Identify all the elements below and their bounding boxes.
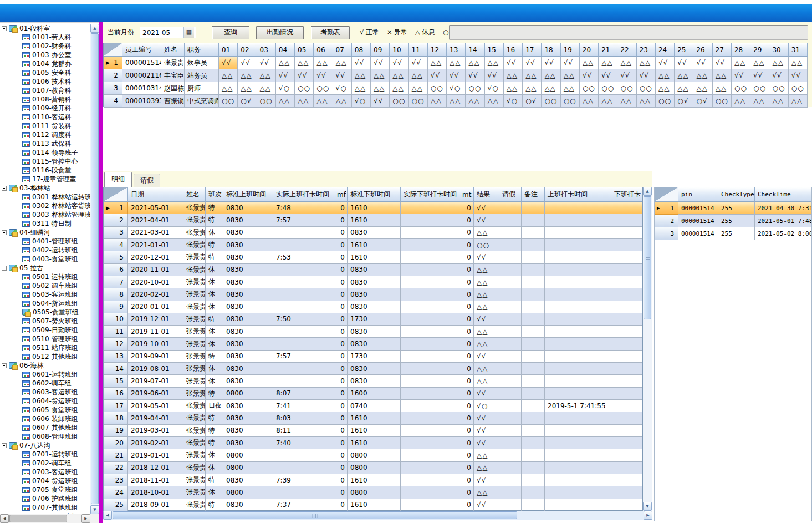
detail-cell[interactable] xyxy=(545,251,611,263)
detail-cell[interactable]: 0 xyxy=(334,251,348,263)
detail-cell[interactable] xyxy=(522,499,545,511)
detail-cell[interactable]: 0 xyxy=(459,264,474,276)
detail-cell[interactable] xyxy=(499,388,522,400)
tree-item-row[interactable]: 17-规章管理室 xyxy=(0,175,90,184)
detail-cell[interactable]: 休 xyxy=(206,301,223,313)
detail-cell[interactable]: 0 xyxy=(459,388,474,400)
day-cell[interactable]: √√ xyxy=(314,69,333,82)
detail-cell[interactable] xyxy=(273,239,334,251)
detail-cell[interactable]: 0830 xyxy=(223,474,273,486)
day-cell[interactable]: △△ xyxy=(371,82,390,95)
scroll-left-arrow[interactable]: ◀ xyxy=(0,514,9,523)
row-header[interactable]: 12 xyxy=(104,338,128,350)
detail-cell[interactable] xyxy=(401,375,459,387)
scroll-up-arrow[interactable]: ▲ xyxy=(90,24,99,33)
row-header[interactable]: 4 xyxy=(104,239,128,251)
day-cell[interactable]: √√ xyxy=(409,57,428,69)
day-column-header[interactable]: 31 xyxy=(789,43,808,57)
detail-cell[interactable]: △△ xyxy=(474,338,499,350)
day-cell[interactable]: √√ xyxy=(561,57,580,69)
row-header[interactable]: 3 xyxy=(104,227,128,239)
column-header[interactable]: 上班打卡时间 xyxy=(545,187,611,202)
detail-cell[interactable]: 0 xyxy=(334,288,348,301)
day-cell[interactable]: △△ xyxy=(466,57,484,69)
detail-cell[interactable] xyxy=(522,425,545,437)
row-header[interactable]: 19 xyxy=(104,425,128,437)
detail-cell[interactable]: √√ xyxy=(474,351,499,363)
tree-item-row[interactable]: 0104-党群办 xyxy=(0,59,90,68)
detail-cell[interactable]: 0830 xyxy=(348,264,401,276)
attendance-sheet-button[interactable]: 考勤表 xyxy=(311,26,350,39)
row-header[interactable]: 23 xyxy=(104,474,128,486)
tree-item-row[interactable]: 0503-客运班组 xyxy=(0,290,90,299)
detail-cell[interactable]: 0830 xyxy=(348,363,401,375)
day-cell[interactable]: √√ xyxy=(637,69,656,82)
detail-cell[interactable] xyxy=(499,437,522,449)
detail-cell[interactable]: 0 xyxy=(459,338,474,350)
detail-cell[interactable] xyxy=(401,449,459,461)
detail-cell[interactable]: 特 xyxy=(206,351,223,363)
query-button[interactable]: 查询 xyxy=(212,26,249,39)
day-cell[interactable]: ○√ xyxy=(693,95,712,108)
detail-cell[interactable] xyxy=(545,462,611,474)
detail-cell[interactable] xyxy=(401,499,459,511)
detail-cell[interactable]: 2021-01-01 xyxy=(128,239,183,251)
calendar-icon[interactable]: ▦ xyxy=(183,27,194,38)
detail-cell[interactable]: 1610 xyxy=(348,214,401,226)
tree-item-row[interactable]: 0110-客运科 xyxy=(0,113,90,121)
detail-cell[interactable]: 1610 xyxy=(348,474,401,486)
detail-cell[interactable] xyxy=(522,326,545,338)
detail-cell[interactable]: 2021-03-01 xyxy=(128,227,183,239)
day-column-header[interactable]: 14 xyxy=(466,43,484,57)
detail-cell[interactable]: 0 xyxy=(334,437,348,449)
detail-cell[interactable]: 0830 xyxy=(348,326,401,338)
detail-cell[interactable]: 特 xyxy=(206,412,223,424)
detail-cell[interactable] xyxy=(499,338,522,350)
detail-cell[interactable] xyxy=(522,251,545,263)
detail-cell[interactable] xyxy=(499,227,522,239)
detail-cell[interactable] xyxy=(401,276,459,288)
column-header[interactable]: 请假 xyxy=(499,187,522,202)
day-cell[interactable]: √√ xyxy=(713,57,732,69)
tree-group-row[interactable]: 06-海林 xyxy=(0,361,90,370)
detail-cell[interactable]: 1610 xyxy=(348,412,401,424)
detail-cell[interactable] xyxy=(522,301,545,313)
detail-cell[interactable] xyxy=(611,412,642,424)
employee-title-cell[interactable]: 厨师 xyxy=(185,82,219,95)
detail-cell[interactable]: 0 xyxy=(459,251,474,263)
detail-cell[interactable]: 1610 xyxy=(348,239,401,251)
detail-cell[interactable]: 2020-10-01 xyxy=(128,276,183,288)
detail-cell[interactable]: 0830 xyxy=(348,301,401,313)
detail-cell[interactable]: 0830 xyxy=(223,276,273,288)
detail-cell[interactable] xyxy=(522,313,545,326)
employee-id-cell[interactable]: 000010393 xyxy=(122,95,161,108)
day-cell[interactable]: △△ xyxy=(693,69,712,82)
day-cell[interactable]: △△ xyxy=(390,82,408,95)
detail-cell[interactable] xyxy=(273,449,334,461)
tree-group-row[interactable]: 03-桦林站 xyxy=(0,184,90,192)
detail-cell[interactable]: 0800 xyxy=(348,449,401,461)
day-cell[interactable]: √√ xyxy=(485,69,504,82)
tree-item-row[interactable]: 0607-其他班组 xyxy=(0,423,90,432)
tree-item-row[interactable]: 0303-桦林站管理班 xyxy=(0,210,90,219)
day-cell[interactable]: √√ xyxy=(333,69,352,82)
day-cell[interactable]: △△ xyxy=(637,95,656,108)
day-column-header[interactable]: 01 xyxy=(219,43,238,57)
detail-cell[interactable] xyxy=(545,214,611,226)
detail-cell[interactable]: 0830 xyxy=(223,437,273,449)
detail-cell[interactable]: 0830 xyxy=(223,338,273,350)
day-cell[interactable]: △△ xyxy=(599,57,617,69)
detail-cell[interactable]: 0 xyxy=(459,449,474,461)
day-cell[interactable]: ○○ xyxy=(769,82,788,95)
detail-cell[interactable]: 张景贵 xyxy=(183,276,206,288)
detail-cell[interactable]: 张景贵 xyxy=(183,474,206,486)
detail-cell[interactable]: 8:07 xyxy=(273,388,334,400)
detail-cell[interactable] xyxy=(611,214,642,226)
detail-cell[interactable] xyxy=(522,239,545,251)
check-cell[interactable]: 255 xyxy=(718,202,755,215)
detail-cell[interactable]: 0830 xyxy=(348,227,401,239)
detail-cell[interactable] xyxy=(545,437,611,449)
detail-cell[interactable]: △△ xyxy=(474,363,499,375)
detail-cell[interactable] xyxy=(522,214,545,226)
day-cell[interactable]: ○○ xyxy=(390,95,408,108)
